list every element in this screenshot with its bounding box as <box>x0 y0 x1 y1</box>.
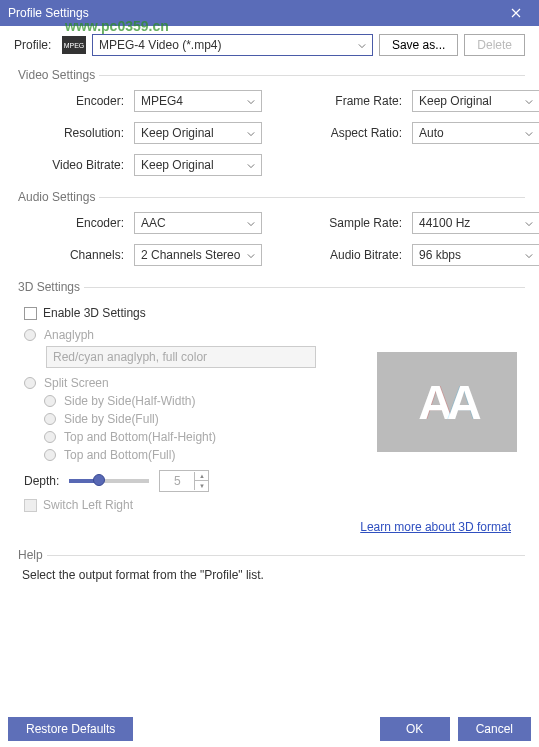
sbs-full-label: Side by Side(Full) <box>64 412 159 426</box>
samplerate-label: Sample Rate: <box>278 216 408 230</box>
chevron-down-icon <box>247 216 255 230</box>
chevron-down-icon <box>525 126 533 140</box>
chevron-down-icon <box>358 38 366 52</box>
split-radio <box>24 377 36 389</box>
video-bitrate-select[interactable]: Keep Original <box>134 154 262 176</box>
chevron-down-icon <box>247 158 255 172</box>
ok-button[interactable]: OK <box>380 717 450 741</box>
split-label: Split Screen <box>44 376 109 390</box>
channels-label: Channels: <box>20 248 130 262</box>
framerate-label: Frame Rate: <box>278 94 408 108</box>
video-encoder-label: Encoder: <box>20 94 130 108</box>
resolution-label: Resolution: <box>20 126 130 140</box>
profile-row: Profile: MPEG MPEG-4 Video (*.mp4) Save … <box>14 34 525 56</box>
audio-encoder-select[interactable]: AAC <box>134 212 262 234</box>
switch-lr-label: Switch Left Right <box>43 498 133 512</box>
audio-bitrate-label: Audio Bitrate: <box>278 248 408 262</box>
tab-full-label: Top and Bottom(Full) <box>64 448 175 462</box>
enable-3d-checkbox[interactable] <box>24 307 37 320</box>
help-legend: Help <box>14 548 47 562</box>
chevron-down-icon <box>247 248 255 262</box>
delete-button: Delete <box>464 34 525 56</box>
restore-defaults-button[interactable]: Restore Defaults <box>8 717 133 741</box>
chevron-down-icon <box>525 216 533 230</box>
resolution-select[interactable]: Keep Original <box>134 122 262 144</box>
close-button[interactable] <box>501 4 531 22</box>
aspect-label: Aspect Ratio: <box>278 126 408 140</box>
audio-settings-group: Audio Settings Encoder: AAC Sample Rate:… <box>14 190 525 272</box>
learn-more-link[interactable]: Learn more about 3D format <box>360 520 511 534</box>
close-icon <box>511 8 521 18</box>
slider-thumb[interactable] <box>93 474 105 486</box>
switch-lr-checkbox <box>24 499 37 512</box>
3d-legend: 3D Settings <box>14 280 84 294</box>
chevron-down-icon <box>525 248 533 262</box>
chevron-down-icon <box>247 94 255 108</box>
3d-preview: AA <box>377 352 517 452</box>
framerate-select[interactable]: Keep Original <box>412 90 539 112</box>
sbs-half-label: Side by Side(Half-Width) <box>64 394 195 408</box>
save-as-button[interactable]: Save as... <box>379 34 458 56</box>
spinner-up-icon[interactable]: ▲ <box>194 472 208 481</box>
video-encoder-select[interactable]: MPEG4 <box>134 90 262 112</box>
samplerate-select[interactable]: 44100 Hz <box>412 212 539 234</box>
video-legend: Video Settings <box>14 68 99 82</box>
help-text: Select the output format from the "Profi… <box>22 568 525 582</box>
chevron-down-icon <box>247 126 255 140</box>
profile-value: MPEG-4 Video (*.mp4) <box>99 38 222 52</box>
window-title: Profile Settings <box>8 6 89 20</box>
audio-bitrate-select[interactable]: 96 kbps <box>412 244 539 266</box>
titlebar: Profile Settings <box>0 0 539 26</box>
tab-half-label: Top and Bottom(Half-Height) <box>64 430 216 444</box>
sbs-full-radio <box>44 413 56 425</box>
anaglyph-select: Red/cyan anaglyph, full color <box>46 346 316 368</box>
video-settings-group: Video Settings Encoder: MPEG4 Frame Rate… <box>14 68 525 182</box>
depth-label: Depth: <box>24 474 59 488</box>
profile-select[interactable]: MPEG-4 Video (*.mp4) <box>92 34 373 56</box>
audio-encoder-label: Encoder: <box>20 216 130 230</box>
anaglyph-radio <box>24 329 36 341</box>
sbs-half-radio <box>44 395 56 407</box>
tab-full-radio <box>44 449 56 461</box>
depth-slider[interactable] <box>69 479 149 483</box>
spinner-down-icon[interactable]: ▼ <box>194 481 208 490</box>
aspect-select[interactable]: Auto <box>412 122 539 144</box>
format-icon: MPEG <box>62 36 86 54</box>
cancel-button[interactable]: Cancel <box>458 717 531 741</box>
profile-label: Profile: <box>14 38 56 52</box>
enable-3d-label: Enable 3D Settings <box>43 306 146 320</box>
anaglyph-label: Anaglyph <box>44 328 94 342</box>
chevron-down-icon <box>525 94 533 108</box>
channels-select[interactable]: 2 Channels Stereo <box>134 244 262 266</box>
depth-spinner[interactable]: 5 ▲▼ <box>159 470 209 492</box>
help-group: Help Select the output format from the "… <box>14 548 525 582</box>
depth-value: 5 <box>160 474 194 488</box>
preview-aa-icon: AA <box>418 375 475 430</box>
audio-legend: Audio Settings <box>14 190 99 204</box>
video-bitrate-label: Video Bitrate: <box>20 158 130 172</box>
bottom-bar: Restore Defaults OK Cancel <box>8 717 531 741</box>
tab-half-radio <box>44 431 56 443</box>
